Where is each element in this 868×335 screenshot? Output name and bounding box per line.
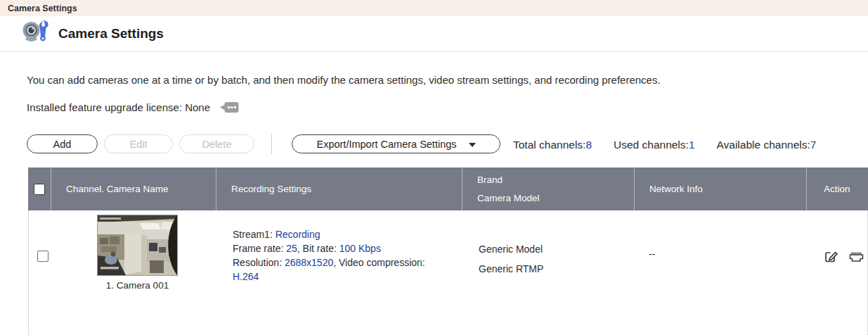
available-channels: Available channels:7 <box>717 139 817 151</box>
resolution-label: Resolution: <box>233 257 285 268</box>
header-channel-camera-name: Channel. Camera Name <box>51 168 216 210</box>
stream-label: Stream1: <box>233 229 276 240</box>
used-channels: Used channels:1 <box>614 139 694 151</box>
intro-text: You can add cameras one at a time or by … <box>27 74 842 86</box>
recording-status-value: Recording <box>276 229 320 240</box>
row-checkbox[interactable] <box>37 251 48 262</box>
header-select-cell <box>28 168 51 210</box>
brand-camera-model-cell: Generic Model Generic RTMP <box>479 239 543 279</box>
edit-button[interactable]: Edit <box>104 134 173 153</box>
brand-value: Generic Model <box>479 239 543 259</box>
header-recording-settings: Recording Settings <box>216 168 462 210</box>
header-brand: Brand <box>477 175 503 185</box>
used-channels-label: Used channels: <box>614 139 689 151</box>
recording-settings-cell: Stream1: Recording Frame rate: 25, Bit r… <box>233 227 425 284</box>
total-channels-label: Total channels: <box>513 139 585 151</box>
caret-down-icon <box>469 143 476 147</box>
bit-rate-label: , Bit rate: <box>297 243 339 254</box>
window-tab-bar: Camera Settings <box>0 0 868 16</box>
table-row: 1. Camera 001 Stream1: Recording Frame r… <box>28 210 868 335</box>
recording-line-2: Frame rate: 25, Bit rate: 100 Kbps <box>233 241 425 255</box>
camera-settings-page: Camera Settings Camera Settings You can … <box>0 0 868 335</box>
edit-icon[interactable] <box>823 248 839 265</box>
add-button[interactable]: Add <box>27 134 98 153</box>
channel-stats: Total channels:8 Used channels:1 Availab… <box>513 135 816 154</box>
select-all-checkbox[interactable] <box>34 184 45 195</box>
recording-line-3: Resolution: 2688x1520, Video compression… <box>233 255 425 270</box>
frame-rate-label: Frame rate: <box>233 243 286 254</box>
available-channels-value: 7 <box>810 139 817 151</box>
available-channels-label: Available channels: <box>717 139 810 151</box>
add-button-label: Add <box>53 139 72 150</box>
total-channels: Total channels:8 <box>513 139 592 151</box>
page-header: Camera Settings <box>21 19 164 49</box>
action-cell <box>823 248 865 265</box>
used-channels-value: 1 <box>689 139 695 151</box>
camera-name: 1. Camera 001 <box>83 280 192 291</box>
total-channels-value: 8 <box>585 139 592 151</box>
bit-rate-value: 100 Kbps <box>339 243 381 254</box>
header-brand-camera-model: Brand Camera Model <box>462 168 635 210</box>
page-title: Camera Settings <box>58 26 164 42</box>
resolution-value: 2688x1520 <box>285 257 333 268</box>
export-import-dropdown-button[interactable]: Export/Import Camera Settings <box>292 134 500 153</box>
header-camera-model: Camera Model <box>477 193 540 203</box>
header-action: Action <box>807 168 868 210</box>
network-port-icon[interactable] <box>848 249 865 264</box>
camera-preview-thumbnail[interactable] <box>97 215 178 276</box>
recording-line-4: H.264 <box>233 270 425 284</box>
toolbar-separator <box>271 133 272 154</box>
video-compression-value: H.264 <box>233 271 259 282</box>
license-row: Installed feature upgrade license: None <box>27 101 239 113</box>
recording-line-1: Stream1: Recording <box>233 227 425 241</box>
camera-model-value: Generic RTMP <box>479 259 543 279</box>
network-info-cell: -- <box>649 248 655 260</box>
video-compression-label: , Video compression: <box>333 257 425 268</box>
table-header: Channel. Camera Name Recording Settings … <box>28 168 868 210</box>
header-divider <box>0 51 868 52</box>
export-import-label: Export/Import Camera Settings <box>316 139 456 150</box>
window-tab-title: Camera Settings <box>8 4 77 13</box>
edit-button-label: Edit <box>130 139 148 150</box>
header-network-info: Network Info <box>635 168 807 210</box>
frame-rate-value: 25 <box>286 243 297 254</box>
delete-button-label: Delete <box>202 139 232 150</box>
webcam-settings-icon <box>21 19 49 49</box>
license-tooltip-icon[interactable] <box>220 101 239 113</box>
delete-button[interactable]: Delete <box>179 134 254 153</box>
license-text: Installed feature upgrade license: None <box>27 101 210 113</box>
